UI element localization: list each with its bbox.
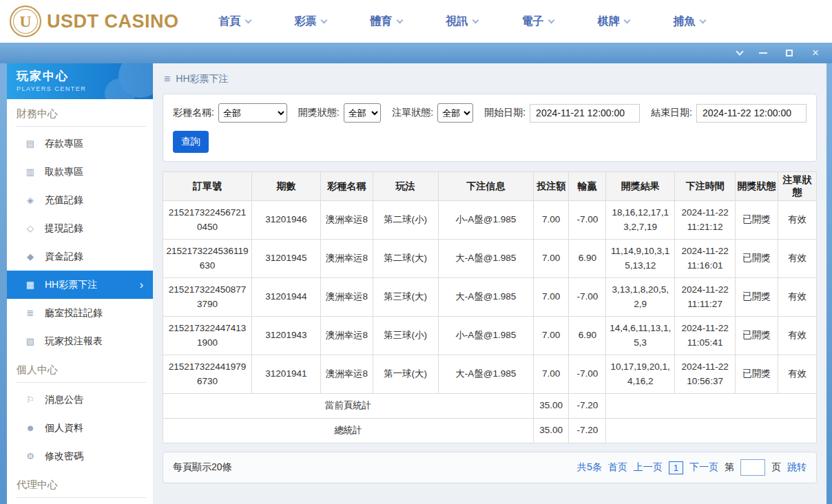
nav-item-lottery[interactable]: 彩票 [295, 14, 326, 29]
column-header: 下注信息 [438, 172, 534, 201]
sidebar-item-recharge-record[interactable]: ◈充值記錄 [7, 186, 153, 214]
cell-info: 大-A盤@1.985 [438, 278, 534, 317]
chevron-down-icon[interactable] [731, 48, 742, 59]
start-date-input[interactable] [530, 104, 640, 123]
cell-winloss: 6.90 [569, 240, 606, 278]
maximize-icon[interactable] [784, 48, 795, 59]
sidebar-item-label: 存款專區 [45, 138, 83, 150]
nav-item-video[interactable]: 視訊 [446, 14, 478, 29]
chevron-down-icon [245, 17, 251, 23]
sidebar-header: 玩家中心 PLAYERS CENTER [7, 63, 153, 99]
sidebar-item-announcements[interactable]: ⚐消息公告 [7, 386, 153, 414]
next-page-link[interactable]: 下一页 [689, 461, 718, 474]
cell-period: 31201946 [252, 201, 321, 240]
page-title: HH彩票下注 [176, 73, 228, 85]
recharge-record-icon: ◈ [25, 195, 36, 205]
cell-play: 第二球(小) [373, 201, 438, 240]
cell-lottery: 澳洲幸运8 [320, 278, 373, 317]
logo-text: USDT CASINO [47, 11, 179, 32]
nav-item-fishing[interactable]: 捕魚 [674, 14, 705, 29]
main-content: ≡ HH彩票下注 彩種名稱: 全部 開獎狀態: 全部 注單狀態: 全部 開始日期… [153, 63, 826, 504]
nav-item-home[interactable]: 首頁 [219, 14, 251, 29]
chevron-down-icon [623, 17, 630, 23]
sidebar-item-label: 廳室投註記錄 [45, 307, 103, 319]
cell-order_status: 有效 [778, 278, 816, 317]
column-header: 下注時間 [675, 172, 736, 201]
sidebar-item-room-bets-record[interactable]: ≣廳室投註記錄 [7, 299, 153, 327]
cell-time: 2024-11-22 11:11:27 [675, 278, 736, 317]
current-page[interactable]: 1 [669, 461, 683, 474]
sidebar-item-withdraw[interactable]: ▥取款專區 [7, 158, 153, 186]
sidebar-item-label: 充值記錄 [45, 194, 83, 207]
sidebar-item-label: 資金記錄 [45, 251, 83, 263]
minimize-icon[interactable] [758, 48, 769, 59]
sidebar-item-deposit[interactable]: ▤存款專區 [7, 129, 153, 158]
lottery-name-label: 彩種名稱: [173, 107, 214, 119]
sidebar-item-change-password[interactable]: ⚙修改密碼 [7, 442, 153, 470]
logo[interactable]: U USDT CASINO [10, 6, 179, 37]
window-titlebar: × [0, 43, 832, 63]
end-date-input[interactable] [696, 104, 807, 123]
sidebar-section-label: 代理中心 [17, 479, 146, 498]
cashout-record-icon: ◇ [25, 223, 36, 233]
cell-time: 2024-11-22 11:05:41 [675, 317, 736, 355]
cell-order: 2152173224474131900 [163, 317, 252, 355]
draw-status-select[interactable]: 全部 [344, 103, 382, 123]
order-status-select[interactable]: 全部 [437, 103, 473, 123]
sidebar-subtitle: PLAYERS CENTER [17, 85, 143, 92]
cell-amount: 7.00 [534, 317, 569, 355]
sidebar-menu: 財務中心▤存款專區▥取款專區◈充值記錄◇提現記錄◆資金記錄▦HH彩票下注›≣廳室… [7, 99, 153, 501]
cell-winloss: -7.00 [569, 201, 606, 240]
nav-item-label: 棋牌 [598, 14, 620, 29]
cell-period: 31201944 [252, 278, 321, 317]
nav-item-egames[interactable]: 電子 [522, 14, 554, 29]
usdt-logo-icon: U [10, 6, 41, 37]
lottery-name-select[interactable]: 全部 [218, 103, 287, 123]
cell-lottery: 澳洲幸运8 [320, 240, 373, 278]
table-row: 215217322441979673031201941澳洲幸运8第一球(大)大-… [163, 355, 817, 394]
summary-row: 當前頁統計35.00-7.20 [163, 394, 817, 419]
table-row: 215217322450877379031201944澳洲幸运8第三球(大)大-… [163, 278, 817, 317]
cell-winloss: 6.90 [569, 317, 606, 355]
sidebar-item-profile[interactable]: ☻個人資料 [7, 414, 153, 442]
chevron-down-icon [548, 17, 554, 23]
main-nav: 首頁彩票體育視訊電子棋牌捕魚 [219, 14, 705, 29]
breadcrumb: ≡ HH彩票下注 [163, 63, 817, 94]
close-icon[interactable]: × [810, 48, 821, 59]
cell-result: 18,16,12,17,13,2,7,19 [606, 201, 675, 240]
cell-result: 14,4,6,11,13,1,5,3 [606, 317, 675, 355]
cell-period: 31201943 [252, 317, 321, 355]
sidebar-item-funds-record[interactable]: ◆資金記錄 [7, 242, 153, 271]
cell-result: 11,14,9,10,3,15,13,12 [606, 240, 675, 278]
summary-winloss: -7.20 [569, 419, 606, 443]
first-page-link[interactable]: 首页 [608, 461, 627, 474]
nav-item-cards[interactable]: 棋牌 [598, 14, 630, 29]
summary-amount: 35.00 [534, 394, 569, 419]
menu-icon[interactable]: ≡ [164, 73, 170, 85]
jump-link[interactable]: 跳转 [787, 461, 807, 474]
sidebar-item-player-bet-report[interactable]: ▧玩家投注報表 [7, 327, 153, 355]
nav-item-sports[interactable]: 體育 [371, 14, 402, 29]
sidebar-title: 玩家中心 [17, 68, 143, 84]
sidebar-item-label: 取款專區 [45, 166, 83, 178]
sidebar: 玩家中心 PLAYERS CENTER 財務中心▤存款專區▥取款專區◈充值記錄◇… [7, 63, 153, 504]
sidebar-item-hh-lottery-bets[interactable]: ▦HH彩票下注› [7, 271, 153, 299]
column-header: 投注額 [534, 172, 569, 201]
search-button[interactable]: 查詢 [173, 131, 209, 153]
lottery-bets-icon: ▦ [25, 280, 36, 290]
table-header-row: 訂單號期數彩種名稱玩法下注信息投注額輸贏開獎結果下注時間開獎狀態注單狀態 [163, 172, 817, 201]
cell-period: 31201941 [252, 355, 321, 394]
cell-play: 第三球(小) [373, 317, 438, 355]
cell-order_status: 有效 [778, 240, 816, 278]
pagination-controls: 共5条 首页 上一页 1 下一页 第 页 跳转 [577, 459, 807, 476]
cell-amount: 7.00 [534, 355, 569, 394]
page-jump-input[interactable] [740, 459, 765, 476]
column-header: 訂單號 [163, 172, 252, 201]
column-header: 玩法 [373, 172, 438, 201]
cell-period: 31201945 [252, 240, 321, 278]
column-header: 輸贏 [569, 172, 606, 201]
cell-info: 大-A盤@1.985 [438, 240, 534, 278]
prev-page-link[interactable]: 上一页 [634, 461, 663, 474]
sidebar-item-cashout-record[interactable]: ◇提現記錄 [7, 214, 153, 242]
cell-play: 第二球(大) [373, 240, 438, 278]
